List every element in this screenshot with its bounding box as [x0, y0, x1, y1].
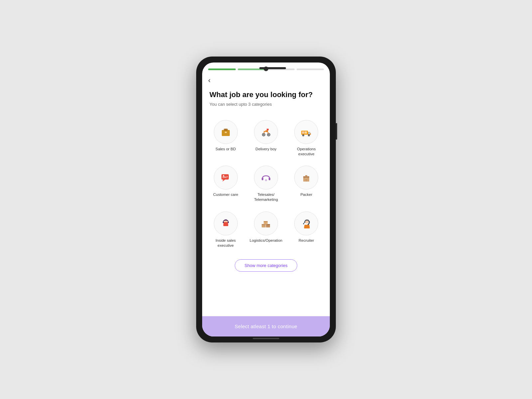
svg-rect-16 — [302, 131, 304, 134]
svg-point-14 — [303, 135, 304, 136]
phone-home-indicator — [253, 338, 279, 339]
recruiter-icon-wrapper — [294, 211, 318, 235]
svg-marker-19 — [222, 180, 225, 182]
svg-rect-6 — [265, 130, 268, 132]
svg-rect-30 — [223, 221, 224, 223]
operations-label: Operations executive — [289, 147, 324, 157]
category-recruiter[interactable]: Recruiter — [286, 207, 327, 253]
packer-label: Packer — [300, 192, 312, 197]
customer-icon-wrapper: 24x7 — [214, 166, 238, 190]
inside-sales-icon-wrapper — [214, 211, 238, 235]
phone-speaker — [259, 67, 286, 69]
customer-label: Customer care — [213, 192, 238, 197]
page-title: What job are you looking for? — [209, 90, 323, 100]
telesales-icon-wrapper — [254, 166, 278, 190]
svg-point-15 — [309, 135, 310, 136]
category-telesales[interactable]: Telesales/ Telemarketing — [246, 161, 286, 207]
show-more-container: Show more categories — [202, 256, 330, 278]
svg-rect-17 — [305, 131, 307, 134]
category-sales[interactable]: Sales or BD — [205, 115, 246, 161]
telesales-label: Telesales/ Telemarketing — [248, 192, 283, 202]
svg-rect-2 — [225, 132, 227, 133]
svg-rect-28 — [305, 178, 307, 179]
progress-segment-4 — [297, 68, 324, 70]
back-button[interactable]: ‹ — [202, 73, 216, 87]
logistics-label: Logistics/Operation — [250, 238, 282, 243]
phone-button — [336, 123, 337, 140]
svg-point-23 — [265, 179, 267, 181]
show-more-button[interactable]: Show more categories — [235, 259, 297, 272]
delivery-icon-wrapper — [254, 120, 278, 144]
logistics-icon-wrapper — [254, 211, 278, 235]
svg-rect-31 — [228, 221, 229, 223]
phone-device: ‹ What job are you looking for? You can … — [196, 57, 336, 342]
svg-point-32 — [224, 226, 227, 229]
category-operations[interactable]: Operations executive — [286, 115, 327, 161]
sales-label: Sales or BD — [215, 147, 236, 152]
category-delivery[interactable]: Delivery boy — [246, 115, 286, 161]
packer-icon-wrapper — [294, 166, 318, 190]
category-logistics[interactable]: Logistics/Operation — [246, 207, 286, 253]
continue-button[interactable]: Select atleast 1 to continue — [202, 316, 330, 336]
svg-rect-38 — [264, 221, 268, 222]
operations-icon-wrapper — [294, 120, 318, 144]
svg-point-43 — [303, 223, 304, 224]
inside-sales-label: Inside sales executive — [208, 238, 243, 248]
delivery-label: Delivery boy — [255, 147, 276, 152]
continue-btn-container: Select atleast 1 to continue — [202, 316, 330, 336]
svg-rect-7 — [267, 129, 269, 130]
screen-content: ‹ What job are you looking for? You can … — [202, 63, 330, 316]
svg-rect-41 — [304, 221, 305, 223]
title-section: What job are you looking for? You can se… — [202, 87, 330, 112]
progress-segment-1 — [208, 68, 236, 70]
sales-icon-wrapper — [214, 120, 238, 144]
svg-rect-11 — [308, 132, 310, 134]
category-packer[interactable]: Packer — [286, 161, 327, 207]
svg-point-8 — [263, 134, 264, 135]
svg-point-9 — [268, 134, 269, 135]
svg-rect-21 — [262, 178, 263, 180]
category-customer[interactable]: 24x7 Customer care — [205, 161, 246, 207]
category-inside-sales[interactable]: Inside sales executive — [205, 207, 246, 253]
page-subtitle: You can select upto 3 categories — [209, 102, 323, 107]
svg-rect-22 — [269, 178, 270, 180]
phone-screen: ‹ What job are you looking for? You can … — [202, 63, 330, 336]
recruiter-label: Recruiter — [299, 238, 314, 243]
categories-grid: Sales or BD — [202, 112, 330, 256]
